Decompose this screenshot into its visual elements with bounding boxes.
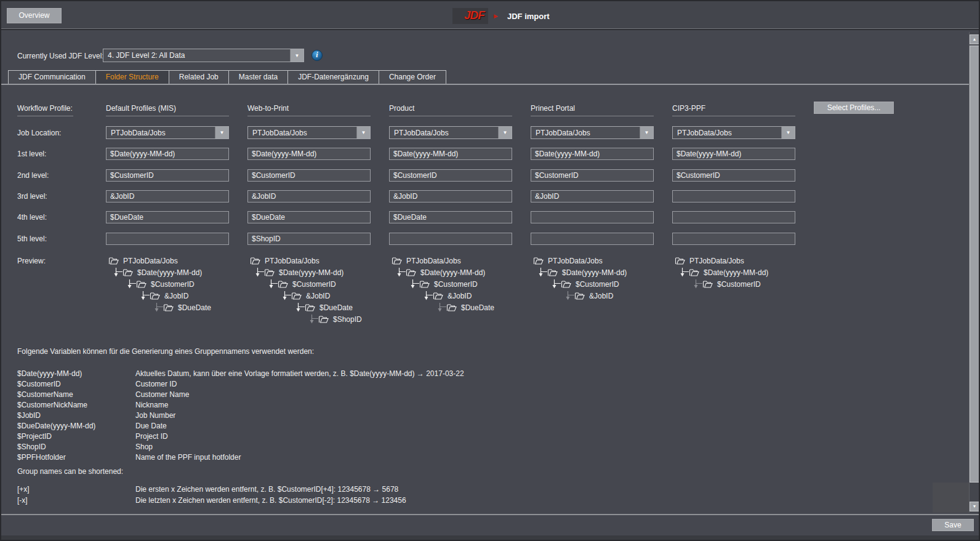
level-input-2[interactable] (389, 169, 512, 182)
tab-bar-underline (1, 84, 969, 85)
chevron-down-icon[interactable]: ▼ (356, 127, 370, 138)
tree-row: $CustomerID (250, 278, 362, 290)
level-input-3[interactable] (531, 190, 654, 202)
chevron-down-icon[interactable]: ▼ (498, 127, 512, 138)
tree-item-label: &JobID (164, 292, 188, 300)
level-input-5[interactable] (389, 233, 512, 245)
tree-row: $Date(yyyy-MM-dd) (675, 266, 768, 278)
level-input-1[interactable] (247, 148, 371, 160)
select-profiles-button[interactable]: Select Profiles... (814, 102, 894, 114)
level-input-5[interactable] (106, 233, 229, 245)
shorten-description: Die ersten x Zeichen werden entfernt, z.… (135, 485, 398, 494)
jdf-logo-icon: JDF (464, 9, 484, 22)
level-input-4[interactable] (672, 211, 795, 223)
folder-icon (406, 268, 416, 277)
tree-item-label: $DueDate (461, 303, 494, 312)
overview-button[interactable]: Overview (7, 8, 62, 23)
scrollbar-up-icon[interactable]: ▲ (970, 34, 979, 44)
job-location-value: PTJobData/Jobs (531, 129, 640, 137)
level-input-5[interactable] (672, 233, 795, 245)
level-input-3[interactable] (106, 190, 229, 202)
level-input-5[interactable] (247, 233, 371, 245)
folder-icon (689, 268, 699, 277)
variable-name: $ProjectID (17, 432, 135, 441)
tree-item-label: $Date(yyyy-MM-dd) (562, 268, 627, 277)
jdf-level-label: Currently Used JDF Level: (17, 52, 104, 60)
info-icon[interactable]: i (311, 50, 323, 61)
shorten-name: [+x] (17, 485, 135, 494)
chevron-down-icon[interactable]: ▼ (640, 127, 653, 138)
level-input-1[interactable] (672, 148, 795, 160)
tree-arrow-down-icon (680, 268, 689, 278)
level-input-4[interactable] (247, 211, 371, 223)
tree-row: PTJobData/Jobs (533, 255, 627, 266)
shorten-row: [-x]Die letzten x Zeichen werden entfern… (17, 495, 406, 506)
level-input-2[interactable] (247, 169, 371, 182)
folder-icon (305, 303, 315, 312)
save-button[interactable]: Save (932, 519, 974, 531)
chevron-down-icon[interactable]: ▼ (290, 49, 303, 62)
level-input-2[interactable] (106, 169, 229, 182)
level-input-4[interactable] (531, 211, 654, 223)
profile-column-header: Product (389, 104, 414, 113)
job-location-select[interactable]: PTJobData/Jobs▼ (389, 126, 512, 139)
level-input-3[interactable] (247, 190, 371, 202)
level-input-5[interactable] (531, 233, 654, 245)
scrollbar-thumb[interactable] (970, 46, 979, 483)
level-input-2[interactable] (672, 169, 795, 182)
job-location-select[interactable]: PTJobData/Jobs▼ (247, 126, 371, 139)
tab-related-job[interactable]: Related Job (169, 70, 229, 84)
jdf-level-select[interactable]: 4. JDF Level 2: All Data ▼ (103, 49, 304, 62)
tree-row: PTJobData/Jobs (392, 255, 494, 266)
variable-row: $CustomerIDCustomer ID (17, 379, 464, 389)
tab-jdf-datenerg-nzung[interactable]: JDF-Datenergänzung (287, 70, 379, 84)
tree-arrow-down-icon (424, 291, 433, 301)
tree-item-label: $CustomerID (576, 280, 619, 289)
job-location-value: PTJobData/Jobs (106, 129, 215, 137)
level-input-1[interactable] (531, 148, 654, 160)
jdf-import-window: Overview JDF ▶ JDF import Currently Used… (0, 0, 980, 541)
tree-item-label: PTJobData/Jobs (689, 257, 744, 265)
tree-arrow-down-icon (295, 303, 305, 313)
level-input-4[interactable] (106, 211, 229, 223)
tab-master-data[interactable]: Master data (228, 70, 288, 84)
job-location-select[interactable]: PTJobData/Jobs▼ (531, 126, 654, 139)
corner-shadow (933, 483, 969, 513)
preview-tree: PTJobData/Jobs$Date(yyyy-MM-dd)$Customer… (533, 255, 627, 302)
folder-icon (136, 280, 147, 289)
tab-change-order[interactable]: Change Order (379, 70, 446, 84)
scrollbar-down-icon[interactable]: ▼ (970, 502, 979, 511)
profile-column-header: Default Profiles (MIS) (106, 104, 176, 113)
level-input-1[interactable] (389, 148, 512, 160)
tree-arrow-down-icon (410, 279, 419, 289)
level-input-2[interactable] (531, 169, 654, 182)
variables-intro: Folgende Variablen können für die Generi… (17, 347, 314, 356)
chevron-down-icon[interactable]: ▼ (215, 127, 228, 138)
tab-jdf-communication[interactable]: JDF Communication (8, 70, 96, 84)
header-underline (247, 116, 371, 116)
chevron-down-icon[interactable]: ▼ (781, 127, 795, 138)
window-bottom-edge (1, 535, 979, 541)
tree-row: $CustomerID (675, 278, 768, 290)
tree-row: $CustomerID (533, 278, 627, 290)
level-input-4[interactable] (389, 211, 512, 223)
job-location-select[interactable]: PTJobData/Jobs▼ (672, 126, 795, 139)
folder-icon (547, 268, 558, 277)
folder-icon (419, 280, 430, 289)
tree-row: &JobID (250, 290, 362, 302)
job-location-select[interactable]: PTJobData/Jobs▼ (106, 126, 229, 139)
tab-folder-structure[interactable]: Folder Structure (95, 70, 169, 84)
level-input-1[interactable] (106, 148, 229, 160)
variables-list: $Date(yyyy-MM-dd)Aktuelles Datum, kann ü… (17, 368, 464, 462)
folder-icon (675, 257, 685, 265)
tree-row: &JobID (108, 290, 211, 302)
tree-arrow-down-icon (154, 303, 163, 313)
tree-arrow-down-icon (255, 268, 264, 278)
level-input-3[interactable] (389, 190, 512, 202)
level-input-3[interactable] (672, 190, 795, 202)
level-label-2: 2nd level: (17, 171, 49, 180)
level-label-1: 1st level: (17, 150, 46, 158)
tree-item-label: $DueDate (178, 303, 211, 312)
variable-description: Customer Name (135, 390, 189, 399)
tree-row: $Date(yyyy-MM-dd) (108, 266, 211, 278)
